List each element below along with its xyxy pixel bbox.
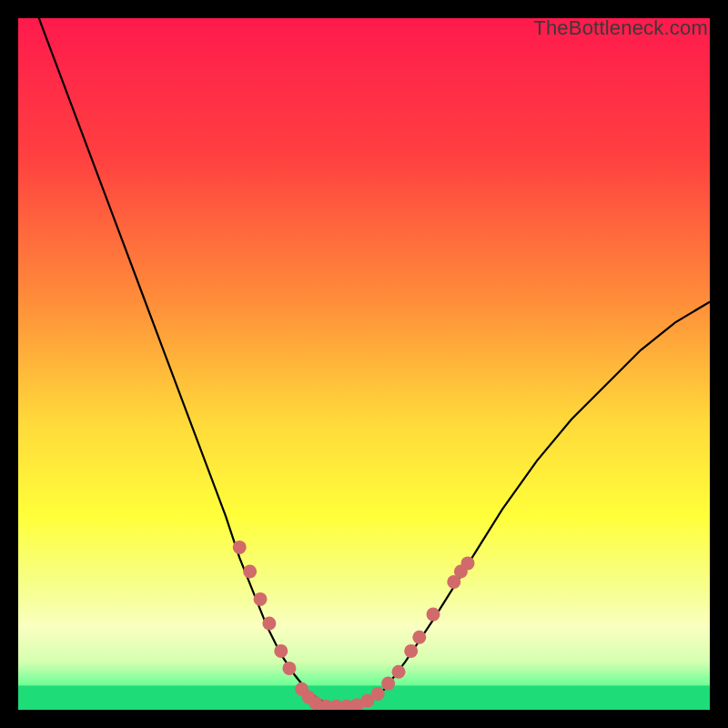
- plot-background: [18, 18, 710, 710]
- data-dot: [461, 556, 475, 570]
- data-dot: [427, 608, 440, 622]
- data-dot: [262, 617, 276, 631]
- data-dot: [282, 662, 296, 675]
- data-dot: [404, 644, 418, 658]
- data-dot: [274, 644, 288, 658]
- bottleneck-chart: [18, 18, 710, 710]
- data-dot: [243, 565, 257, 579]
- data-dot: [254, 592, 268, 606]
- watermark-text: TheBottleneck.com: [533, 16, 708, 40]
- data-dot: [233, 541, 247, 554]
- data-dot: [412, 631, 426, 644]
- data-dot: [392, 665, 406, 679]
- data-dot: [371, 687, 385, 701]
- chart-container: TheBottleneck.com: [0, 0, 728, 728]
- data-dot: [381, 677, 395, 691]
